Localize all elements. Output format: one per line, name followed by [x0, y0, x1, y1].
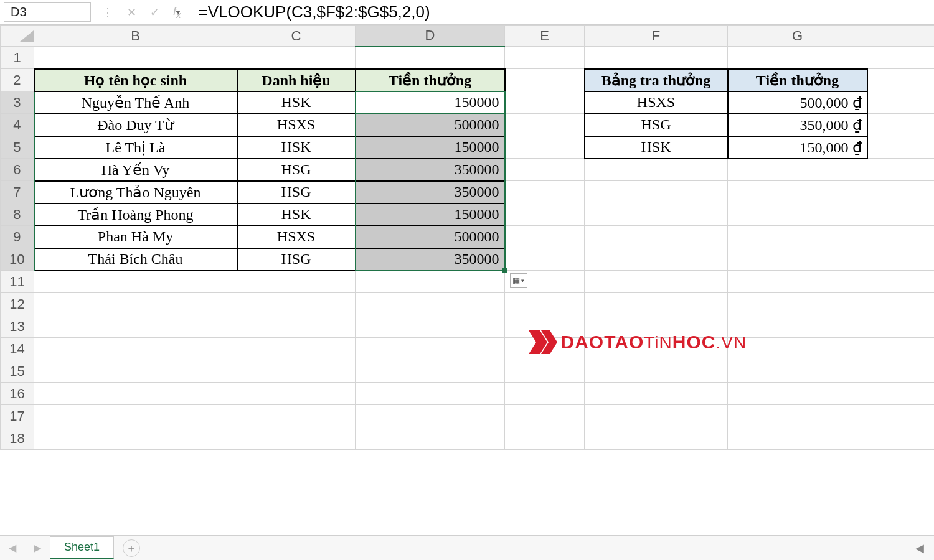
cell-G18[interactable]: [728, 427, 867, 450]
cell-filler-14[interactable]: [867, 338, 935, 360]
cell-D13[interactable]: [356, 315, 505, 338]
cell-D8[interactable]: 150000: [356, 203, 505, 226]
cell-D2[interactable]: Tiền thưởng: [356, 69, 505, 91]
row-header-14[interactable]: 14: [1, 338, 34, 360]
cell-C12[interactable]: [237, 293, 356, 315]
row-header-3[interactable]: 3: [1, 91, 34, 114]
autofill-options-button[interactable]: ▦▾: [510, 273, 527, 288]
cell-C6[interactable]: HSG: [237, 159, 356, 181]
cell-B4[interactable]: Đào Duy Từ: [34, 114, 237, 136]
sheet-tab-active[interactable]: Sheet1: [50, 536, 114, 559]
cell-E16[interactable]: [505, 383, 585, 405]
cell-F10[interactable]: [585, 248, 728, 271]
cell-G7[interactable]: [728, 181, 867, 203]
cell-G9[interactable]: [728, 226, 867, 248]
cell-D1[interactable]: [356, 47, 505, 69]
cell-B9[interactable]: Phan Hà My: [34, 226, 237, 248]
cell-E1[interactable]: [505, 47, 585, 69]
cell-B14[interactable]: [34, 338, 237, 360]
cell-filler-3[interactable]: [867, 91, 935, 114]
row-header-8[interactable]: 8: [1, 203, 34, 226]
cell-B12[interactable]: [34, 293, 237, 315]
cell-filler-11[interactable]: [867, 271, 935, 293]
fill-handle[interactable]: [502, 268, 507, 273]
cell-F6[interactable]: [585, 159, 728, 181]
cell-D11[interactable]: [356, 271, 505, 293]
cell-filler-10[interactable]: [867, 248, 935, 271]
col-header-C[interactable]: C: [237, 26, 356, 47]
cell-filler-17[interactable]: [867, 405, 935, 427]
cell-G8[interactable]: [728, 203, 867, 226]
row-header-6[interactable]: 6: [1, 159, 34, 181]
cell-B11[interactable]: [34, 271, 237, 293]
cell-C5[interactable]: HSK: [237, 136, 356, 159]
cell-E10[interactable]: [505, 248, 585, 271]
cell-B15[interactable]: [34, 360, 237, 383]
cell-C8[interactable]: HSK: [237, 203, 356, 226]
tab-nav-next-icon[interactable]: ▶: [25, 542, 50, 554]
cell-G11[interactable]: [728, 271, 867, 293]
cell-C16[interactable]: [237, 383, 356, 405]
cell-D17[interactable]: [356, 405, 505, 427]
cell-E6[interactable]: [505, 159, 585, 181]
cell-F15[interactable]: [585, 360, 728, 383]
row-header-17[interactable]: 17: [1, 405, 34, 427]
cell-C15[interactable]: [237, 360, 356, 383]
cell-B3[interactable]: Nguyễn Thế Anh: [34, 91, 237, 114]
cell-F9[interactable]: [585, 226, 728, 248]
cell-D14[interactable]: [356, 338, 505, 360]
row-header-11[interactable]: 11: [1, 271, 34, 293]
tab-nav-prev-icon[interactable]: ◀: [0, 542, 25, 554]
cancel-icon[interactable]: ✕: [127, 6, 136, 19]
cell-D10[interactable]: 350000: [356, 248, 505, 271]
cell-E8[interactable]: [505, 203, 585, 226]
col-header-G[interactable]: G: [728, 26, 867, 47]
col-header-F[interactable]: F: [585, 26, 728, 47]
cell-G4[interactable]: 350,000 ₫: [728, 114, 867, 136]
col-header-B[interactable]: B: [34, 26, 237, 47]
cell-filler-15[interactable]: [867, 360, 935, 383]
cell-D15[interactable]: [356, 360, 505, 383]
cell-filler-13[interactable]: [867, 315, 935, 338]
row-header-15[interactable]: 15: [1, 360, 34, 383]
cell-D4[interactable]: 500000: [356, 114, 505, 136]
add-sheet-button[interactable]: ＋: [123, 539, 140, 557]
cell-E2[interactable]: [505, 69, 585, 91]
select-all-corner[interactable]: [1, 26, 34, 47]
cell-C2[interactable]: Danh hiệu: [237, 69, 356, 91]
cell-G16[interactable]: [728, 383, 867, 405]
fx-icon[interactable]: fx: [173, 5, 181, 20]
cell-B2[interactable]: Họ tên học sinh: [34, 69, 237, 91]
cell-B1[interactable]: [34, 47, 237, 69]
cell-G1[interactable]: [728, 47, 867, 69]
formula-input[interactable]: [197, 2, 929, 22]
cell-E12[interactable]: [505, 293, 585, 315]
cell-F12[interactable]: [585, 293, 728, 315]
cell-B18[interactable]: [34, 427, 237, 450]
cell-F5[interactable]: HSK: [585, 136, 728, 159]
cell-filler-6[interactable]: [867, 159, 935, 181]
cell-B17[interactable]: [34, 405, 237, 427]
cell-filler-8[interactable]: [867, 203, 935, 226]
cell-E9[interactable]: [505, 226, 585, 248]
cell-F8[interactable]: [585, 203, 728, 226]
cell-G2[interactable]: Tiền thưởng: [728, 69, 867, 91]
cell-filler-2[interactable]: [867, 69, 935, 91]
cell-B6[interactable]: Hà Yến Vy: [34, 159, 237, 181]
cell-F4[interactable]: HSG: [585, 114, 728, 136]
cell-G12[interactable]: [728, 293, 867, 315]
cell-C18[interactable]: [237, 427, 356, 450]
cell-D6[interactable]: 350000: [356, 159, 505, 181]
row-header-1[interactable]: 1: [1, 47, 34, 69]
cell-E15[interactable]: [505, 360, 585, 383]
cell-filler-5[interactable]: [867, 136, 935, 159]
cell-F1[interactable]: [585, 47, 728, 69]
cell-C11[interactable]: [237, 271, 356, 293]
cell-F18[interactable]: [585, 427, 728, 450]
row-header-9[interactable]: 9: [1, 226, 34, 248]
cell-C1[interactable]: [237, 47, 356, 69]
cell-E5[interactable]: [505, 136, 585, 159]
cell-D7[interactable]: 350000: [356, 181, 505, 203]
cell-G5[interactable]: 150,000 ₫: [728, 136, 867, 159]
row-header-4[interactable]: 4: [1, 114, 34, 136]
